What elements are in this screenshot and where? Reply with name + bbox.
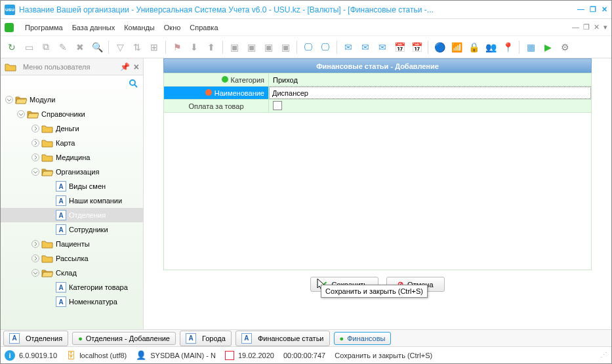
close-button[interactable]: ✕ bbox=[602, 5, 607, 14]
tb-window1-icon[interactable]: ▣ bbox=[227, 40, 241, 54]
mdi-close[interactable]: ✕ bbox=[594, 23, 600, 31]
tree-mailing[interactable]: Рассылка bbox=[1, 251, 143, 266]
tab-departments-add[interactable]: ●Отделения - Добавление bbox=[72, 332, 176, 345]
tree-employees[interactable]: AСотрудники bbox=[1, 222, 143, 237]
field-name-value[interactable] bbox=[269, 87, 592, 100]
field-name-label: Наименование bbox=[164, 87, 269, 100]
tab-departments[interactable]: AОтделения bbox=[3, 331, 68, 346]
tab-fin-articles-add[interactable]: ●Финансовы bbox=[334, 332, 392, 345]
tb-chat-icon[interactable]: ✉ bbox=[375, 40, 390, 54]
tb-search-icon[interactable]: 🔍 bbox=[90, 40, 104, 54]
tb-new-icon[interactable]: ▭ bbox=[22, 40, 36, 54]
mdi-restore[interactable]: ❐ bbox=[583, 23, 590, 31]
status-time: 00:00:00:747 bbox=[283, 352, 325, 359]
tb-play-icon[interactable]: ▶ bbox=[541, 40, 555, 54]
tree-modules[interactable]: Модули bbox=[1, 92, 143, 107]
menu-commands[interactable]: Команды bbox=[124, 24, 155, 31]
tb-mail-icon[interactable]: ✉ bbox=[341, 40, 356, 54]
tb-export-icon[interactable]: ⬆ bbox=[204, 40, 218, 54]
tb-window4-icon[interactable]: ▣ bbox=[278, 40, 293, 54]
tb-color-icon[interactable]: 🔵 bbox=[432, 40, 447, 54]
svg-point-2 bbox=[130, 80, 135, 85]
tb-sms-icon[interactable]: ✉ bbox=[358, 40, 373, 54]
field-category-label: Категория bbox=[164, 73, 269, 87]
info-icon: i bbox=[5, 350, 15, 361]
plus-icon: ● bbox=[78, 334, 83, 342]
tb-lock-icon[interactable]: 🔒 bbox=[466, 40, 481, 54]
status-hint: Сохранить и закрыть (Ctrl+S) bbox=[335, 352, 432, 359]
tree-refs[interactable]: Справочники bbox=[1, 107, 143, 121]
tree-card[interactable]: Карта bbox=[1, 136, 143, 150]
tb-screen-icon[interactable]: 🖵 bbox=[301, 40, 316, 54]
tree-departments[interactable]: AОтделения bbox=[1, 208, 143, 222]
tb-flag-icon[interactable]: ⚑ bbox=[170, 40, 184, 54]
search-icon bbox=[129, 79, 138, 88]
mdi-minimize[interactable]: — bbox=[572, 23, 579, 31]
tb-map-icon[interactable]: 📍 bbox=[500, 40, 515, 54]
payment-checkbox[interactable] bbox=[273, 101, 282, 110]
folder-icon bbox=[5, 62, 16, 71]
status-version: 6.0.9019.10 bbox=[19, 352, 57, 359]
name-input[interactable] bbox=[269, 87, 591, 99]
menu-indicator-icon bbox=[5, 23, 14, 32]
field-payment-label: Оплата за товар bbox=[164, 100, 269, 113]
tb-edit-icon[interactable]: ✎ bbox=[56, 40, 70, 54]
tree-cat-goods[interactable]: AКатегории товара bbox=[1, 280, 143, 294]
form-blank-area bbox=[163, 113, 592, 270]
tree-medicine[interactable]: Медицина bbox=[1, 150, 143, 165]
tb-users-icon[interactable]: 👥 bbox=[483, 40, 498, 54]
calendar-icon bbox=[225, 351, 234, 360]
menu-program[interactable]: Программа bbox=[25, 24, 63, 31]
menu-help[interactable]: Справка bbox=[190, 24, 218, 31]
status-user: SYSDBA (MAIN) - N bbox=[150, 352, 216, 359]
menu-window[interactable]: Окно bbox=[164, 24, 181, 31]
tb-grid-icon[interactable]: ▦ bbox=[523, 40, 538, 54]
form-header: Финансовые статьи - Добавление bbox=[163, 58, 592, 73]
tree-companies[interactable]: AНаши компании bbox=[1, 193, 143, 208]
pin-icon[interactable]: 📌 bbox=[120, 62, 130, 71]
nav-tree: Модули Справочники Деньги Карта Медицина… bbox=[1, 91, 143, 329]
tb-window3-icon[interactable]: ▣ bbox=[261, 40, 275, 54]
field-category-value[interactable]: Приход bbox=[269, 73, 592, 87]
tree-money[interactable]: Деньги bbox=[1, 121, 143, 136]
tab-cities[interactable]: AГорода bbox=[180, 331, 232, 346]
tb-import-icon[interactable]: ⬇ bbox=[187, 40, 201, 54]
save-tooltip: Сохранить и закрыть (Ctrl+S) bbox=[321, 285, 428, 298]
required-icon bbox=[222, 76, 228, 83]
tb-screen2-icon[interactable]: 🖵 bbox=[318, 40, 333, 54]
status-host: localhost (utf8) bbox=[79, 352, 127, 359]
mdi-dropdown[interactable]: ▾ bbox=[603, 23, 607, 31]
minimize-button[interactable]: — bbox=[577, 5, 584, 14]
field-payment-value[interactable] bbox=[269, 100, 592, 113]
tb-tree-icon[interactable]: ⊞ bbox=[147, 40, 161, 54]
required-icon bbox=[205, 89, 212, 96]
tb-refresh-icon[interactable]: ↻ bbox=[5, 40, 19, 54]
app-icon: usu bbox=[5, 5, 15, 15]
tb-copy-icon[interactable]: ⧉ bbox=[39, 40, 53, 54]
user-icon: 👤 bbox=[136, 350, 146, 360]
menu-database[interactable]: База данных bbox=[72, 24, 115, 31]
resize-grip-icon[interactable]: ⋰ bbox=[600, 351, 607, 359]
tb-settings-icon[interactable]: ⚙ bbox=[558, 40, 572, 54]
main-toolbar: ↻ ▭ ⧉ ✎ ✖ 🔍 ▽ ⇅ ⊞ ⚑ ⬇ ⬆ ▣ ▣ ▣ ▣ 🖵 🖵 ✉ ✉ … bbox=[1, 36, 611, 58]
tb-filter-icon[interactable]: ▽ bbox=[113, 40, 127, 54]
sidebar-search[interactable] bbox=[1, 75, 143, 91]
tree-org[interactable]: Организация bbox=[1, 165, 143, 179]
tb-calendar2-icon[interactable]: 📅 bbox=[409, 40, 424, 54]
tb-window2-icon[interactable]: ▣ bbox=[244, 40, 258, 54]
tb-delete-icon[interactable]: ✖ bbox=[73, 40, 87, 54]
status-date: 19.02.2020 bbox=[238, 352, 274, 359]
tree-shifts[interactable]: AВиды смен bbox=[1, 179, 143, 193]
tb-sort-icon[interactable]: ⇅ bbox=[130, 40, 144, 54]
tb-rss-icon[interactable]: 📶 bbox=[449, 40, 464, 54]
sidebar-title: Меню пользователя bbox=[23, 63, 116, 71]
tree-nomenclature[interactable]: AНоменклатура bbox=[1, 294, 143, 309]
database-icon: 🗄 bbox=[66, 350, 75, 361]
plus-icon: ● bbox=[340, 334, 344, 342]
maximize-button[interactable]: ❐ bbox=[590, 5, 596, 14]
sidebar-close[interactable]: × bbox=[134, 62, 139, 72]
tab-fin-articles[interactable]: AФинансовые статьи bbox=[235, 331, 330, 346]
tree-patients[interactable]: Пациенты bbox=[1, 237, 143, 251]
tree-warehouse[interactable]: Склад bbox=[1, 266, 143, 280]
tb-calendar-icon[interactable]: 📅 bbox=[392, 40, 407, 54]
